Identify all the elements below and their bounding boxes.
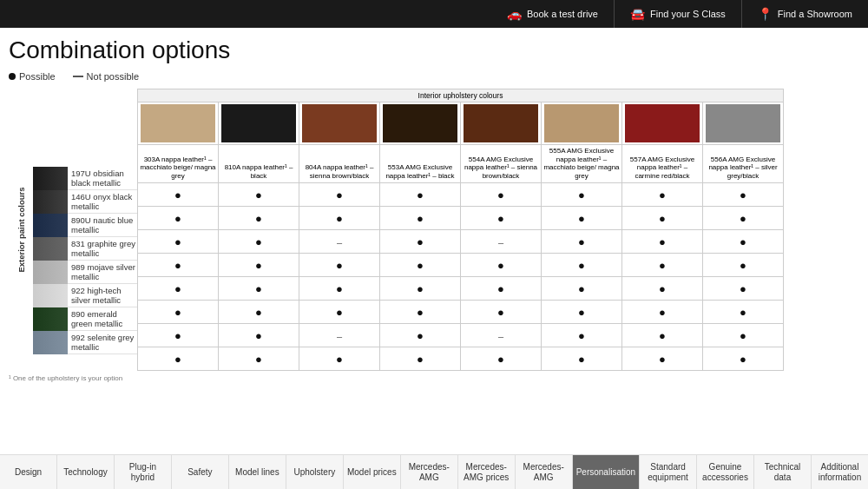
cell-r2-c6: ● — [542, 206, 622, 229]
cell-r8-c3: ● — [299, 347, 380, 370]
footnote: ¹ One of the upholstery is your option — [9, 371, 859, 384]
row-label-text-r7: 890 emerald green metallic — [71, 309, 137, 329]
location-icon: 📍 — [758, 7, 773, 21]
table-row-r6: ●●●●●●●● — [138, 300, 784, 323]
cell-r4-c4: ● — [380, 253, 461, 276]
cell-r5-c6: ● — [542, 276, 622, 300]
row-label-r3: 890U nautic blue metallic — [33, 214, 137, 237]
row-label-r4: 831 graphite grey metallic — [33, 237, 137, 261]
bottom-nav-model-lines[interactable]: Model lines — [229, 455, 286, 489]
legend-possible: Possible — [9, 71, 56, 82]
bottom-nav-model-prices[interactable]: Model prices — [344, 455, 401, 489]
col-label-c7: 557A AMG Exclusive nappa leather¹ – carm… — [622, 145, 703, 182]
cell-r4-c8: ● — [703, 253, 784, 276]
col-label-c8: 556A AMG Exclusive nappa leather¹ – silv… — [703, 145, 784, 182]
cell-r6-c2: ● — [219, 300, 299, 323]
col-color-c4 — [380, 102, 461, 145]
cell-r7-c5: – — [461, 323, 542, 347]
col-color-c2 — [219, 102, 299, 145]
bottom-nav-mercedes-amg2[interactable]: Mercedes-AMG — [516, 455, 573, 489]
cell-r6-c1: ● — [138, 300, 219, 323]
row-label-r7: 890 emerald green metallic — [33, 307, 137, 331]
col-label-c5: 554A AMG Exclusive nappa leather¹ – sien… — [461, 145, 542, 182]
cell-r8-c4: ● — [380, 347, 461, 370]
color-swatch-r4 — [33, 237, 68, 261]
bottom-nav-design[interactable]: Design — [0, 455, 57, 489]
color-swatch-r3 — [33, 214, 68, 237]
cell-r3-c6: ● — [542, 229, 622, 253]
cell-r2-c4: ● — [380, 206, 461, 229]
bottom-nav-mercedes-amg[interactable]: Mercedes-AMG — [401, 455, 458, 489]
cell-r6-c4: ● — [380, 300, 461, 323]
cell-r1-c4: ● — [380, 182, 461, 206]
cell-r4-c7: ● — [622, 253, 703, 276]
row-label-text-r1: 197U obsidian black metallic — [71, 169, 137, 188]
col-color-c1 — [138, 102, 219, 145]
color-swatch-r6 — [33, 284, 68, 307]
cell-r3-c1: ● — [138, 229, 219, 253]
cell-r2-c5: ● — [461, 206, 542, 229]
cell-r1-c8: ● — [703, 182, 784, 206]
cell-r2-c1: ● — [138, 206, 219, 229]
exterior-paint-label: Exterior paint colours — [16, 173, 26, 286]
cell-r8-c6: ● — [542, 347, 622, 370]
legend-not-possible: Not possible — [73, 71, 140, 82]
bottom-nav-mercedes-amg-prices[interactable]: Mercedes-AMG prices — [458, 455, 516, 489]
find-s-class[interactable]: 🚘 Find your S Class — [614, 0, 741, 28]
cell-r1-c1: ● — [138, 182, 219, 206]
col-label-c4: 553A AMG Exclusive nappa leather¹ – blac… — [380, 145, 461, 182]
table-row-r3: ●●–●–●●● — [138, 229, 784, 253]
cell-r2-c2: ● — [219, 206, 299, 229]
bottom-nav-standard-equipment[interactable]: Standard equipment — [640, 455, 697, 489]
color-swatch-r5 — [33, 261, 68, 284]
bottom-nav-items: DesignTechnologyPlug-in hybridSafetyMode… — [0, 455, 868, 489]
cell-r2-c8: ● — [703, 206, 784, 229]
col-color-c7 — [622, 102, 703, 145]
cell-r7-c1: ● — [138, 323, 219, 347]
col-label-c1: 303A nappa leather¹ – macchiato beige/ m… — [138, 145, 219, 182]
cell-r4-c1: ● — [138, 253, 219, 276]
col-label-c2: 810A nappa leather¹ – black — [219, 145, 299, 182]
row-label-r2: 146U onyx black metallic — [33, 190, 137, 214]
bottom-nav-personalisation[interactable]: Personalisation — [573, 455, 640, 489]
cell-r7-c7: ● — [622, 323, 703, 347]
cell-r6-c8: ● — [703, 300, 784, 323]
cell-r8-c2: ● — [219, 347, 299, 370]
interior-label-header: Interior upholstery colours — [138, 89, 784, 102]
cell-r8-c8: ● — [703, 347, 784, 370]
cell-r5-c8: ● — [703, 276, 784, 300]
color-swatch-r8 — [33, 331, 68, 354]
table-row-r7: ●●–●–●●● — [138, 323, 784, 347]
cell-r1-c6: ● — [542, 182, 622, 206]
bottom-nav-upholstery[interactable]: Upholstery — [286, 455, 344, 489]
cell-r1-c2: ● — [219, 182, 299, 206]
cell-r8-c7: ● — [622, 347, 703, 370]
book-test-drive[interactable]: 🚗 Book a test drive — [491, 0, 614, 28]
bottom-nav-genuine-accessories[interactable]: Genuine accessories — [697, 455, 754, 489]
cell-r4-c2: ● — [219, 253, 299, 276]
row-labels-column: 197U obsidian black metallic146U onyx bl… — [33, 89, 137, 371]
find-showroom[interactable]: 📍 Find a Showroom — [741, 0, 868, 28]
table-row-r2: ●●●●●●●● — [138, 206, 784, 229]
bottom-nav-additional-info[interactable]: Additional information — [812, 455, 868, 489]
cell-r1-c5: ● — [461, 182, 542, 206]
top-navigation: 🚗 Book a test drive 🚘 Find your S Class … — [0, 0, 868, 28]
row-label-text-r8: 992 selenite grey metallic — [71, 333, 137, 353]
bottom-nav-plug-in[interactable]: Plug-in hybrid — [115, 455, 172, 489]
bottom-nav-safety[interactable]: Safety — [172, 455, 229, 489]
bottom-nav-technology[interactable]: Technology — [57, 455, 115, 489]
cell-r1-c7: ● — [622, 182, 703, 206]
row-label-r6: 922 high-tech silver metallic — [33, 284, 137, 307]
cell-r3-c2: ● — [219, 229, 299, 253]
row-label-text-r5: 989 mojave silver metallic — [71, 262, 137, 282]
cell-r5-c3: ● — [299, 276, 380, 300]
cell-r2-c7: ● — [622, 206, 703, 229]
row-label-r8: 992 selenite grey metallic — [33, 331, 137, 354]
table-row-r5: ●●●●●●●● — [138, 276, 784, 300]
table-row-r8: ●●●●●●●● — [138, 347, 784, 370]
bottom-nav-technical-data[interactable]: Technical data — [754, 455, 812, 489]
cell-r1-c3: ● — [299, 182, 380, 206]
row-label-text-r6: 922 high-tech silver metallic — [71, 286, 137, 306]
row-label-r1: 197U obsidian black metallic — [33, 167, 137, 190]
col-color-c5 — [461, 102, 542, 145]
